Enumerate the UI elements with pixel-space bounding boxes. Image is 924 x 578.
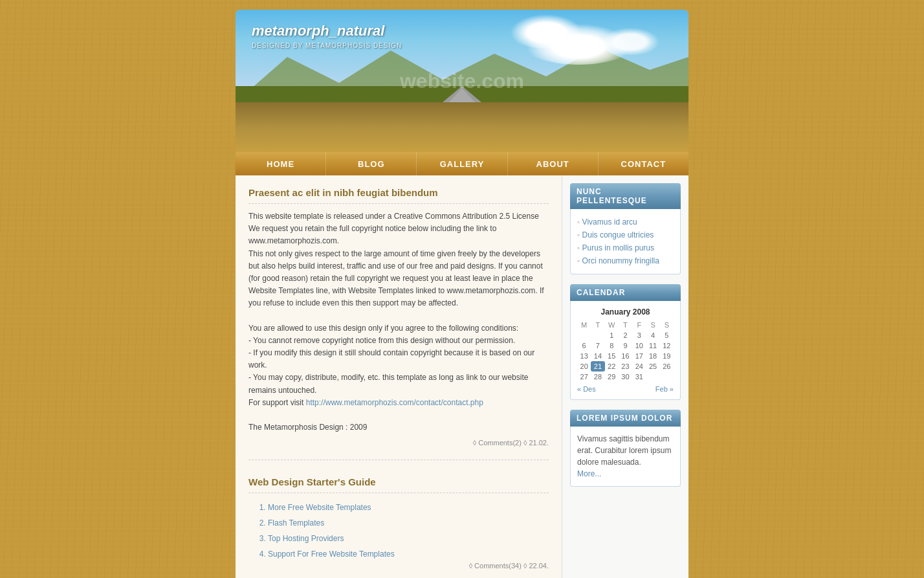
cal-th-s2: S bbox=[660, 320, 674, 330]
cal-day-26: 26 bbox=[660, 361, 674, 372]
cal-day-15: 15 bbox=[605, 351, 619, 361]
list-link-1[interactable]: More Free Website Templates bbox=[268, 503, 371, 512]
calendar-table: January 2008 M T W T F S S bbox=[577, 307, 674, 382]
nav-gallery[interactable]: GALLERY bbox=[417, 152, 507, 175]
cal-day-25: 25 bbox=[646, 361, 659, 372]
calendar-nav: « Des Feb » bbox=[577, 385, 674, 393]
list-link-4[interactable]: Support For Free Website Templates bbox=[268, 550, 395, 559]
cal-day-6: 6 bbox=[577, 340, 591, 351]
calendar-prev[interactable]: « Des bbox=[577, 385, 596, 393]
cal-day-4: 4 bbox=[646, 330, 659, 340]
article-2-title: Web Design Starter's Guide bbox=[248, 476, 549, 487]
widget-nunc-pellentesque: NUNC PELLENTESQUE Vivamus id arcu Duis c… bbox=[570, 183, 681, 274]
article-1-comments: ◊ Comments(2) ◊ 21.02. bbox=[473, 439, 549, 447]
nav-contact[interactable]: CONTACT bbox=[599, 152, 688, 175]
cal-day-27: 27 bbox=[577, 372, 591, 382]
cal-day-11: 11 bbox=[646, 340, 659, 351]
article-2-comments: ◊ Comments(34) ◊ 22.04. bbox=[469, 562, 549, 570]
list-link-3[interactable]: Top Hosting Providers bbox=[268, 534, 344, 543]
cal-th-t2: T bbox=[619, 320, 632, 330]
cal-day-28: 28 bbox=[591, 372, 604, 382]
calendar-row-1: 1 2 3 4 5 bbox=[577, 330, 674, 340]
widget-nunc-header: NUNC PELLENTESQUE bbox=[570, 183, 681, 209]
nunc-item-2: Duis congue ultricies bbox=[577, 228, 674, 241]
cal-day-9: 9 bbox=[619, 340, 632, 351]
cal-th-m: M bbox=[577, 320, 591, 330]
cal-day-18: 18 bbox=[646, 351, 659, 361]
cal-day-10: 10 bbox=[632, 340, 646, 351]
widget-lorem-body: Vivamus sagittis bibendum erat. Curabitu… bbox=[570, 427, 681, 487]
list-item-4: Support For Free Website Templates bbox=[268, 546, 549, 562]
starter-guide-list: More Free Website Templates Flash Templa… bbox=[268, 500, 549, 562]
article-1-body: This website template is released under … bbox=[248, 210, 549, 434]
cal-day-7: 7 bbox=[591, 340, 604, 351]
list-link-2[interactable]: Flash Templates bbox=[268, 518, 324, 528]
widget-lorem: LOREM IPSUM DOLOR Vivamus sagittis biben… bbox=[570, 410, 681, 487]
main-content: Praesent ac elit in nibh feugiat bibendu… bbox=[236, 175, 688, 578]
cal-day-22: 22 bbox=[605, 361, 619, 372]
header-ground bbox=[236, 102, 688, 152]
calendar-row-2: 6 7 8 9 10 11 12 bbox=[577, 340, 674, 351]
nunc-link-3[interactable]: Purus in mollis purus bbox=[582, 243, 654, 252]
cal-day-3: 3 bbox=[632, 330, 646, 340]
lorem-more-link[interactable]: More... bbox=[577, 469, 601, 478]
header-cloud-3 bbox=[598, 26, 663, 55]
calendar-row-4: 20 21 22 23 24 25 26 bbox=[577, 361, 674, 372]
cal-day-13: 13 bbox=[577, 351, 591, 361]
cal-day-17: 17 bbox=[632, 351, 646, 361]
calendar-next[interactable]: Feb » bbox=[655, 385, 674, 393]
widget-calendar-body: January 2008 M T W T F S S bbox=[570, 301, 681, 400]
article-1-footer: ◊ Comments(2) ◊ 21.02. bbox=[248, 439, 549, 447]
nunc-item-1: Vivamus id arcu bbox=[577, 216, 674, 228]
calendar-row-3: 13 14 15 16 17 18 19 bbox=[577, 351, 674, 361]
site-subtitle: DESIGNED BY METAMORPHOSIS DESIGN bbox=[252, 42, 402, 49]
cal-th-w: W bbox=[605, 320, 619, 330]
main-navigation: HOME BLOG GALLERY ABOUT CONTACT bbox=[236, 152, 688, 175]
nunc-item-3: Purus in mollis purus bbox=[577, 241, 674, 254]
list-item-2: Flash Templates bbox=[268, 515, 549, 531]
site-title: metamorph_natural bbox=[252, 23, 384, 39]
cal-empty-3 bbox=[646, 372, 659, 382]
article-1-title: Praesent ac elit in nibh feugiat bibendu… bbox=[248, 187, 549, 198]
cal-th-t1: T bbox=[591, 320, 604, 330]
cal-day-5: 5 bbox=[660, 330, 674, 340]
lorem-text: Vivamus sagittis bibendum erat. Curabitu… bbox=[577, 433, 674, 480]
nunc-link-2[interactable]: Duis congue ultricies bbox=[582, 230, 654, 239]
cal-day-19: 19 bbox=[660, 351, 674, 361]
cal-th-s1: S bbox=[646, 320, 659, 330]
support-link[interactable]: http://www.metamorphozis.com/contact/con… bbox=[306, 398, 483, 407]
calendar-header-row: M T W T F S S bbox=[577, 320, 674, 330]
cal-day-20: 20 bbox=[577, 361, 591, 372]
cal-day-31: 31 bbox=[632, 372, 646, 382]
nunc-list: Vivamus id arcu Duis congue ultricies Pu… bbox=[577, 216, 674, 267]
nav-about[interactable]: ABOUT bbox=[508, 152, 599, 175]
cal-day-23: 23 bbox=[619, 361, 632, 372]
cal-empty-4 bbox=[660, 372, 674, 382]
widget-nunc-body: Vivamus id arcu Duis congue ultricies Pu… bbox=[570, 209, 681, 274]
widget-calendar: CALENDAR January 2008 M T W T F S bbox=[570, 284, 681, 400]
nunc-link-1[interactable]: Vivamus id arcu bbox=[582, 217, 637, 227]
cal-day-14: 14 bbox=[591, 351, 604, 361]
calendar-month: January 2008 bbox=[577, 307, 674, 317]
cal-day-16: 16 bbox=[619, 351, 632, 361]
cal-day-2: 2 bbox=[619, 330, 632, 340]
nunc-link-4[interactable]: Orci nonummy fringilla bbox=[582, 256, 659, 265]
cal-day-12: 12 bbox=[660, 340, 674, 351]
sidebar: NUNC PELLENTESQUE Vivamus id arcu Duis c… bbox=[562, 175, 688, 578]
nunc-item-4: Orci nonummy fringilla bbox=[577, 254, 674, 267]
nav-home[interactable]: HOME bbox=[236, 152, 326, 175]
cal-day-1: 1 bbox=[605, 330, 619, 340]
nav-blog[interactable]: BLOG bbox=[326, 152, 417, 175]
article-2-divider bbox=[248, 493, 549, 493]
cal-day-8: 8 bbox=[605, 340, 619, 351]
cal-th-f: F bbox=[632, 320, 646, 330]
article-2: Web Design Starter's Guide More Free Web… bbox=[248, 476, 549, 578]
cal-empty-2 bbox=[591, 330, 604, 340]
widget-calendar-header: CALENDAR bbox=[570, 284, 681, 301]
calendar-row-5: 27 28 29 30 31 bbox=[577, 372, 674, 382]
cal-empty-1 bbox=[577, 330, 591, 340]
header-cloud-2 bbox=[507, 13, 585, 49]
content-area: Praesent ac elit in nibh feugiat bibendu… bbox=[236, 175, 562, 578]
article-1-divider bbox=[248, 203, 549, 204]
cal-day-21-today: 21 bbox=[591, 361, 604, 372]
